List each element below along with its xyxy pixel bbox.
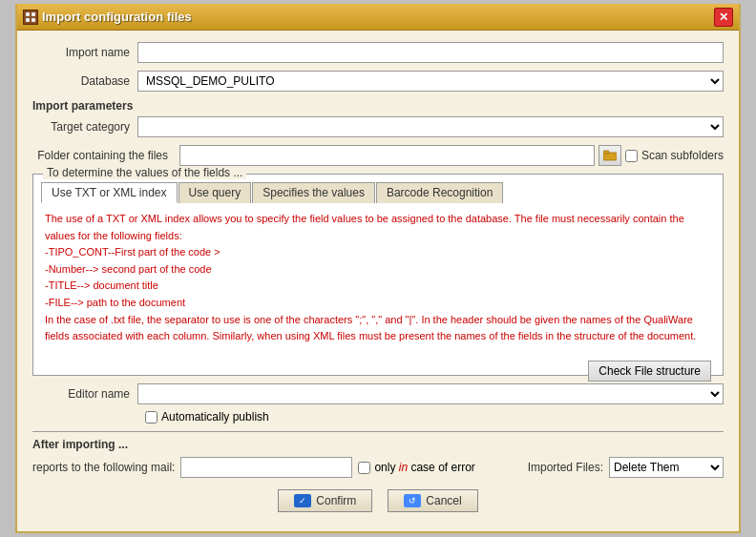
tab-specifies[interactable]: Specifies the values [252,182,375,203]
buttons-row: ✓ Confirm ↺ Cancel [32,485,724,520]
determine-values-group: To determine the values of the fields ..… [32,174,724,376]
svg-rect-0 [26,12,30,16]
target-category-row: Target category [32,116,724,137]
only-in-case-of-error-label: only in case of error [358,461,474,474]
browse-button[interactable] [598,145,621,166]
auto-publish-checkbox[interactable] [145,411,158,423]
tab-description-text: The use of a TXT or XML index allows you… [45,211,711,345]
folder-label: Folder containing the files [32,149,176,162]
dialog-title: Import configuration files [42,10,192,24]
svg-rect-2 [26,18,30,22]
editor-name-row: Editor name [32,383,724,404]
tab-query[interactable]: Use query [178,182,252,203]
app-icon [23,10,38,25]
in-text: in [399,461,408,474]
auto-publish-label: Automatically publish [161,410,269,423]
group-box-title: To determine the values of the fields ..… [43,166,246,179]
editor-name-label: Editor name [32,387,137,401]
database-label: Database [32,74,137,88]
cancel-icon: ↺ [404,494,421,507]
tab-barcode[interactable]: Barcode Recognition [376,182,503,203]
confirm-icon: ✓ [294,494,311,507]
auto-publish-label-container: Automatically publish [145,410,269,423]
target-category-label: Target category [32,120,137,134]
mail-input[interactable] [180,457,352,478]
import-name-input[interactable] [137,42,724,63]
auto-publish-row: Automatically publish [32,410,724,423]
folder-row: Folder containing the files Scan subfold… [32,145,724,166]
after-import-section: After importing ... reports to the follo… [32,431,724,478]
import-dialog: Import configuration files ✕ Import name… [15,4,741,533]
after-import-row: reports to the following mail: only in c… [32,457,724,478]
import-name-row: Import name [32,42,724,63]
svg-rect-1 [32,12,35,16]
target-category-select[interactable] [137,116,724,137]
close-button[interactable]: ✕ [714,8,733,27]
folder-input[interactable] [179,145,595,166]
cancel-button[interactable]: ↺ Cancel [388,489,477,512]
confirm-button[interactable]: ✓ Confirm [278,489,372,512]
tab-content: The use of a TXT or XML index allows you… [33,203,723,375]
tab-txt-xml[interactable]: Use TXT or XML index [41,182,178,203]
editor-name-select[interactable] [137,383,724,404]
database-row: Database MSSQL_DEMO_PULITO [32,71,724,92]
svg-rect-5 [603,151,609,154]
after-import-header: After importing ... [32,438,724,451]
mail-label: reports to the following mail: [32,461,175,474]
titlebar-left: Import configuration files [23,10,192,25]
import-params-header: Import parameters [32,99,724,113]
imported-files-select[interactable]: Delete Them Keep Them Move to folder [609,457,724,478]
only-error-checkbox[interactable] [358,462,370,474]
scan-subfolders-label: Scan subfolders [625,149,724,162]
titlebar: Import configuration files ✕ [17,4,739,31]
imported-files-label: Imported Files: [528,461,603,474]
svg-rect-3 [32,18,35,22]
import-name-label: Import name [32,46,137,59]
check-file-structure-button[interactable]: Check File structure [588,361,711,382]
scan-subfolders-checkbox[interactable] [625,150,638,162]
database-select[interactable]: MSSQL_DEMO_PULITO [137,71,724,92]
